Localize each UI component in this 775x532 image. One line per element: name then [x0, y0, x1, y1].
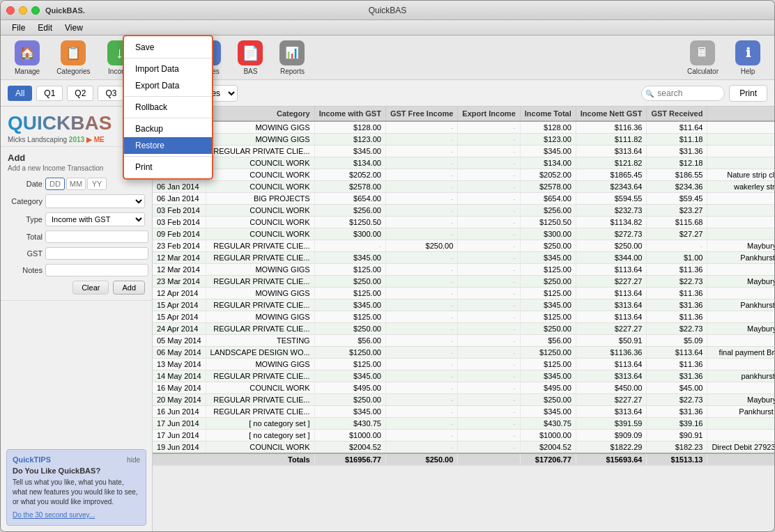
cell-export: - [458, 121, 520, 134]
cell-income-gst: $654.00 [314, 193, 385, 205]
menu-restore[interactable]: Restore [124, 137, 212, 154]
manage-button[interactable]: 🏠 Manage [9, 38, 45, 78]
cell-gst-free: - [385, 276, 457, 288]
cell-category: TESTING [206, 335, 314, 347]
menu-file[interactable]: File [6, 22, 31, 34]
cell-total: $654.00 [520, 193, 576, 205]
cell-notes: Maybury street [707, 240, 774, 252]
quicktips-hide[interactable]: hide [127, 456, 140, 464]
cell-export: - [458, 299, 520, 311]
category-select[interactable] [45, 194, 145, 208]
bas-icon: 📄 [238, 40, 263, 65]
table-row[interactable]: 22 Dec 2013 COUNCIL WORK $2052.00 - - $2… [153, 169, 774, 181]
table-row[interactable]: 16 May 2014 COUNCIL WORK $495.00 - - $49… [153, 382, 774, 394]
table-row[interactable]: 12 Apr 2014 MOWING GIGS $125.00 - - $125… [153, 288, 774, 299]
gst-input[interactable] [45, 247, 148, 260]
cell-gst-free: - [385, 311, 457, 323]
totals-gst-rcv: $1513.13 [647, 453, 707, 466]
table-row[interactable]: 13 Dec 2013 COUNCIL WORK $134.00 - - $13… [153, 157, 774, 169]
type-select[interactable]: Income with GST [45, 212, 145, 226]
categories-button[interactable]: 📋 Categories [51, 38, 95, 78]
cell-gst-rcv: $11.36 [647, 288, 707, 299]
table-row[interactable]: 17 Jun 2014 [ no category set ] $1000.00… [153, 430, 774, 441]
search-input[interactable] [641, 86, 725, 101]
total-input[interactable] [45, 230, 148, 243]
cell-export: - [458, 181, 520, 193]
table-row[interactable]: 05 May 2014 TESTING $56.00 - - $56.00 $5… [153, 335, 774, 347]
menu-import-data[interactable]: Import Data [124, 61, 212, 77]
traffic-lights [6, 6, 40, 15]
table-row[interactable]: 12 Mar 2014 MOWING GIGS $125.00 - - $125… [153, 264, 774, 276]
main-window: QuickBAS. QuickBAS File Edit View Save I… [0, 0, 775, 532]
menu-rollback[interactable]: Rollback [124, 99, 212, 116]
cell-export: - [458, 217, 520, 228]
cell-gst-free: $250.00 [385, 240, 457, 252]
cell-income-gst: $250.00 [314, 323, 385, 335]
table-row[interactable]: 15 Apr 2014 REGULAR PRIVATE CLIE... $345… [153, 299, 774, 311]
cell-gst-rcv: $234.36 [647, 181, 707, 193]
cell-notes: Pankhurst house [707, 299, 774, 311]
table-row[interactable]: 15 Apr 2014 MOWING GIGS $125.00 - - $125… [153, 311, 774, 323]
menu-backup[interactable]: Backup [124, 120, 212, 137]
table-row[interactable]: 15 Nov 2013 MOWING GIGS $123.00 - - $123… [153, 134, 774, 146]
table-row[interactable]: 23 Mar 2014 REGULAR PRIVATE CLIE... $250… [153, 276, 774, 288]
calculator-button[interactable]: 🖩 Calculator [682, 38, 724, 78]
filter-q3[interactable]: Q3 [98, 86, 124, 101]
table-row[interactable]: 13 May 2014 MOWING GIGS $125.00 - - $125… [153, 359, 774, 370]
menu-print[interactable]: Print [124, 159, 212, 175]
add-button[interactable]: Add [113, 281, 145, 295]
menu-edit[interactable]: Edit [32, 22, 58, 34]
income-table: Category Income with GST GST Free Income… [153, 107, 774, 466]
table-row[interactable]: 12 Mar 2014 REGULAR PRIVATE CLIE... $345… [153, 252, 774, 264]
filter-q2[interactable]: Q2 [67, 86, 93, 101]
cell-income-gst: $345.00 [314, 406, 385, 418]
cell-income-gst: $134.00 [314, 157, 385, 169]
table-row[interactable]: 19 Jun 2014 COUNCIL WORK $2004.52 - - $2… [153, 441, 774, 454]
menu-save[interactable]: Save [124, 39, 212, 56]
close-button[interactable] [6, 6, 15, 15]
clear-button[interactable]: Clear [72, 281, 109, 295]
cell-gst-rcv: $11.18 [647, 134, 707, 146]
table-row[interactable]: 17 Jun 2014 [ no category set ] $430.75 … [153, 418, 774, 430]
date-mm-input[interactable] [66, 178, 86, 190]
cell-date: 12 Apr 2014 [153, 288, 206, 299]
cell-notes [707, 228, 774, 240]
table-row[interactable]: 09 Feb 2014 COUNCIL WORK $300.00 - - $30… [153, 228, 774, 240]
print-button[interactable]: Print [729, 85, 767, 102]
cell-income-gst: $256.00 [314, 205, 385, 217]
date-dd-input[interactable] [45, 178, 65, 190]
minimize-button[interactable] [19, 6, 27, 15]
help-button[interactable]: ℹ Help [730, 38, 766, 78]
menu-separator-3 [124, 118, 212, 118]
filter-all[interactable]: All [8, 86, 32, 101]
table-row[interactable]: 03 Feb 2014 COUNCIL WORK $256.00 - - $25… [153, 205, 774, 217]
table-row[interactable]: 16 Jun 2014 REGULAR PRIVATE CLIE... $345… [153, 406, 774, 418]
cell-notes [707, 359, 774, 370]
cell-gst-free: - [385, 347, 457, 359]
date-yy-input[interactable] [87, 178, 107, 190]
quicktips-link[interactable]: Do the 30 second survey... [13, 511, 95, 519]
table-row[interactable]: 24 Apr 2014 REGULAR PRIVATE CLIE... $250… [153, 323, 774, 335]
table-row[interactable]: 23 Feb 2014 REGULAR PRIVATE CLIE... - $2… [153, 240, 774, 252]
cell-nett: $113.64 [576, 311, 647, 323]
table-row[interactable]: 20 May 2014 REGULAR PRIVATE CLIE... $250… [153, 394, 774, 406]
bas-button[interactable]: 📄 BAS [232, 38, 268, 78]
table-row[interactable]: 06 May 2014 LANDSCAPE DESIGN WO... $1250… [153, 347, 774, 359]
menu-view[interactable]: View [59, 22, 89, 34]
table-row[interactable]: 06 Jan 2014 COUNCIL WORK $2578.00 - - $2… [153, 181, 774, 193]
table-row[interactable]: 14 May 2014 REGULAR PRIVATE CLIE... $345… [153, 370, 774, 382]
reports-button[interactable]: 📊 Reports [274, 38, 310, 78]
maximize-button[interactable] [31, 6, 40, 15]
app-name-label: QuickBAS. [45, 6, 85, 15]
reports-icon: 📊 [279, 40, 305, 65]
cell-income-gst: $125.00 [314, 288, 385, 299]
window-title: QuickBAS [369, 6, 407, 15]
table-row[interactable]: 13 Nov 2013 MOWING GIGS $128.00 - - $128… [153, 121, 774, 134]
notes-input[interactable] [45, 264, 148, 276]
table-row[interactable]: 03 Feb 2014 COUNCIL WORK $1250.50 - - $1… [153, 217, 774, 228]
notes-label: Notes [8, 266, 43, 274]
filter-q1[interactable]: Q1 [36, 86, 63, 101]
table-row[interactable]: 30 Nov 2013 REGULAR PRIVATE CLIE... $345… [153, 146, 774, 157]
table-row[interactable]: 06 Jan 2014 BIG PROJECTS $654.00 - - $65… [153, 193, 774, 205]
menu-export-data[interactable]: Export Data [124, 77, 212, 94]
